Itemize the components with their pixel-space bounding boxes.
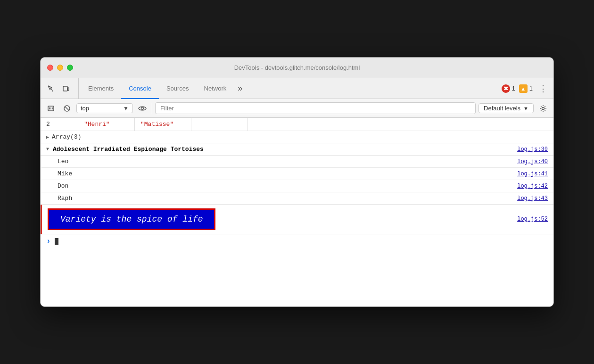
source-link-mike[interactable]: log.js:41 bbox=[517, 171, 548, 177]
prompt-row: › bbox=[41, 234, 553, 248]
source-link-don[interactable]: log.js:42 bbox=[517, 183, 548, 190]
log-text-raph: Raph bbox=[58, 195, 72, 202]
error-badge: ✖ 1 bbox=[502, 84, 515, 93]
tab-console[interactable]: Console bbox=[121, 79, 159, 99]
minimize-button[interactable] bbox=[57, 65, 63, 71]
toolbar-separator bbox=[152, 103, 152, 114]
styled-content-box: Variety is the spice of life bbox=[48, 208, 215, 230]
array-row[interactable]: ▶ Array(3) bbox=[41, 131, 553, 143]
log-row-raph: Raph log.js:43 bbox=[41, 192, 553, 205]
log-text-leo: Leo bbox=[58, 158, 68, 165]
toolbar-icons bbox=[44, 78, 79, 99]
warning-count: 1 bbox=[529, 85, 533, 92]
svg-rect-1 bbox=[67, 88, 69, 91]
error-count: 1 bbox=[512, 85, 515, 92]
log-text-mike: Mike bbox=[58, 170, 72, 177]
device-icon[interactable] bbox=[59, 82, 73, 95]
tab-bar-right: ✖ 1 ▲ 1 ⋮ bbox=[502, 78, 550, 99]
prompt-cursor bbox=[55, 238, 58, 245]
group-left: ▼ Adolescent Irradiated Espionage Tortoi… bbox=[46, 146, 204, 153]
settings-button[interactable] bbox=[536, 102, 550, 115]
prompt-arrow-icon: › bbox=[46, 237, 51, 246]
context-selector[interactable]: top ▼ bbox=[76, 103, 133, 113]
styled-source-link[interactable]: log.js:52 bbox=[517, 216, 548, 223]
table-row: 2 "Henri" "Matisse" bbox=[41, 118, 553, 131]
warning-badge: ▲ 1 bbox=[519, 84, 533, 93]
table-cell-firstname: "Henri" bbox=[78, 118, 135, 131]
svg-rect-0 bbox=[63, 86, 67, 91]
group-title: Adolescent Irradiated Espionage Tortoise… bbox=[53, 146, 204, 153]
levels-selector[interactable]: Default levels ▼ bbox=[478, 103, 534, 113]
context-dropdown-arrow: ▼ bbox=[123, 105, 129, 112]
styled-text: Variety is the spice of life bbox=[60, 215, 203, 224]
context-label: top bbox=[81, 105, 123, 112]
source-link-raph[interactable]: log.js:43 bbox=[517, 195, 548, 202]
log-text-don: Don bbox=[58, 182, 68, 190]
tab-elements[interactable]: Elements bbox=[81, 79, 121, 99]
group-toggle-arrow[interactable]: ▼ bbox=[46, 147, 49, 152]
block-icon[interactable] bbox=[60, 102, 74, 115]
log-row-don: Don log.js:42 bbox=[41, 180, 553, 192]
tab-bar: Elements Console Sources Network » ✖ 1 ▲… bbox=[41, 78, 553, 99]
console-toolbar: top ▼ Default levels ▼ bbox=[41, 99, 553, 118]
clear-console-button[interactable] bbox=[44, 102, 58, 115]
filter-input[interactable] bbox=[155, 102, 476, 114]
array-label: Array(3) bbox=[52, 133, 81, 141]
console-content: 2 "Henri" "Matisse" ▶ Array(3) ▼ Adolesc… bbox=[41, 118, 553, 306]
tab-sources[interactable]: Sources bbox=[159, 79, 197, 99]
log-row-leo: Leo log.js:40 bbox=[41, 156, 553, 168]
more-tabs-button[interactable]: » bbox=[234, 78, 246, 99]
devtools-window: DevTools - devtools.glitch.me/console/lo… bbox=[40, 57, 554, 307]
svg-point-5 bbox=[542, 107, 544, 109]
window-title: DevTools - devtools.glitch.me/console/lo… bbox=[234, 64, 360, 71]
tab-network[interactable]: Network bbox=[197, 79, 234, 99]
inspect-icon[interactable] bbox=[44, 82, 58, 95]
source-link-leo[interactable]: log.js:40 bbox=[517, 158, 548, 165]
eye-button[interactable] bbox=[136, 102, 149, 115]
table-cell-lastname: "Matisse" bbox=[135, 118, 191, 131]
styled-output-row: Variety is the spice of life log.js:52 bbox=[41, 205, 553, 234]
svg-point-4 bbox=[141, 107, 144, 109]
array-toggle-arrow[interactable]: ▶ bbox=[46, 134, 49, 140]
group-row: ▼ Adolescent Irradiated Espionage Tortoi… bbox=[41, 143, 553, 156]
table-cell-index: 2 bbox=[41, 118, 78, 131]
title-bar: DevTools - devtools.glitch.me/console/lo… bbox=[41, 58, 553, 78]
menu-button[interactable]: ⋮ bbox=[536, 82, 550, 95]
levels-label: Default levels bbox=[484, 105, 520, 112]
table-cell-empty bbox=[191, 118, 248, 131]
group-source-link[interactable]: log.js:39 bbox=[517, 146, 548, 153]
error-icon: ✖ bbox=[502, 84, 510, 93]
log-row-mike: Mike log.js:41 bbox=[41, 168, 553, 180]
traffic-lights bbox=[47, 65, 73, 71]
maximize-button[interactable] bbox=[67, 65, 73, 71]
close-button[interactable] bbox=[47, 65, 53, 71]
warning-icon: ▲ bbox=[519, 84, 528, 93]
levels-dropdown-arrow: ▼ bbox=[523, 106, 528, 111]
